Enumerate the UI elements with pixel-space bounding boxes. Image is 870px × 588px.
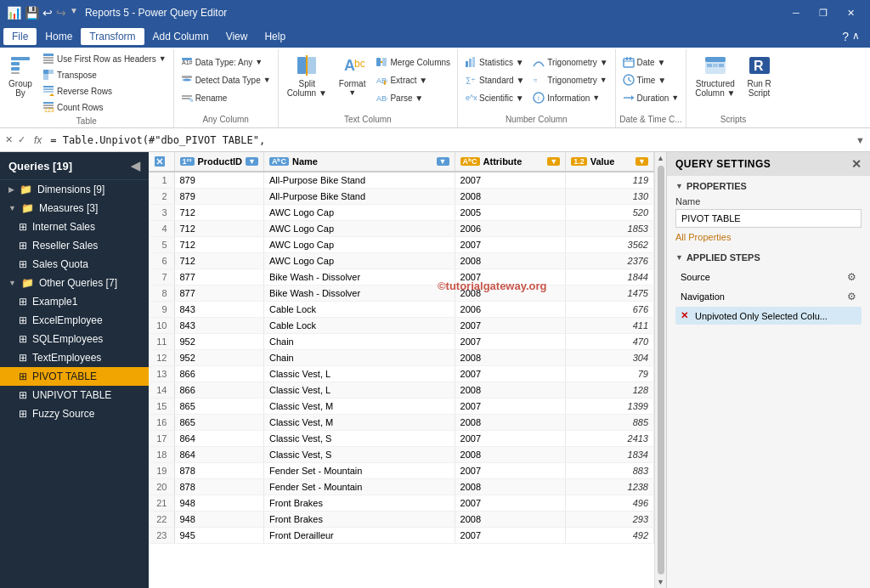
step-navigation[interactable]: Navigation ⚙ — [675, 287, 862, 306]
data-grid[interactable]: 1²³ ProductID ▼ AᵇC Name ▼ — [149, 152, 654, 588]
table-row[interactable]: 7877Bike Wash - Dissolver20071844 — [149, 269, 654, 286]
table-row[interactable]: 6712AWC Logo Cap20082376 — [149, 253, 654, 269]
count-rows-button[interactable]: 123 Count Rows — [39, 99, 170, 115]
formula-expand-icon[interactable]: ▼ — [856, 135, 865, 145]
sidebar-item-example1[interactable]: ⊞ Example1 — [0, 292, 149, 311]
cancel-icon[interactable]: ✕ — [5, 134, 13, 145]
table-row[interactable]: 12952Chain2008304 — [149, 350, 654, 366]
standard-button[interactable]: ∑÷ Standard ▼ — [461, 72, 528, 88]
menu-file[interactable]: File — [3, 28, 37, 45]
qs-close-button[interactable]: ✕ — [851, 157, 862, 171]
menu-view[interactable]: View — [218, 28, 257, 45]
qs-properties-expand-icon[interactable]: ▼ — [675, 182, 683, 190]
rename-button[interactable]: ✎ Rename — [178, 90, 274, 105]
save-icon[interactable]: 💾 — [25, 6, 39, 20]
sidebar-item-measures[interactable]: ▼ 📁 Measures [3] — [0, 199, 149, 218]
menu-help[interactable]: Help — [256, 28, 294, 45]
minimize-button[interactable]: ─ — [783, 4, 809, 21]
menu-add-column[interactable]: Add Column — [144, 28, 218, 45]
sidebar-item-internet-sales[interactable]: ⊞ Internet Sales — [0, 218, 149, 236]
sidebar-item-fuzzy-source[interactable]: ⊞ Fuzzy Source — [0, 404, 149, 423]
attribute-filter[interactable]: ▼ — [547, 157, 560, 166]
qs-all-properties-link[interactable]: All Properties — [675, 232, 731, 242]
table-row[interactable]: 1879All-Purpose Bike Stand2007119 — [149, 172, 654, 189]
table-row[interactable]: 10843Cable Lock2007411 — [149, 318, 654, 334]
table-row[interactable]: 15865Classic Vest, M20071399 — [149, 399, 654, 415]
date-button[interactable]: Date ▼ — [619, 54, 683, 70]
rounding-button[interactable]: ≈ Trigonometry ▼ — [529, 72, 611, 88]
detect-data-type-button[interactable]: Detect Data Type ▼ — [178, 72, 274, 88]
source-gear-icon[interactable]: ⚙ — [847, 271, 856, 283]
dropdown-icon[interactable]: ▼ — [70, 6, 78, 20]
scroll-down-arrow[interactable]: ▼ — [657, 578, 664, 586]
scroll-bar-right[interactable]: ▲ ▼ — [654, 152, 666, 588]
table-row[interactable]: 17864Classic Vest, S20072413 — [149, 431, 654, 447]
data-type-button[interactable]: A1# Data Type: Any ▼ — [178, 54, 274, 70]
sidebar-item-reseller-sales[interactable]: ⊞ Reseller Sales — [0, 236, 149, 255]
sidebar-item-dimensions[interactable]: ▶ 📁 Dimensions [9] — [0, 180, 149, 199]
help-icon[interactable]: ? — [842, 30, 849, 43]
col-header-attribute[interactable]: AᵇC Attribute ▼ — [455, 152, 566, 172]
productid-filter[interactable]: ▼ — [246, 157, 258, 166]
table-row[interactable]: 3712AWC Logo Cap2005520 — [149, 205, 654, 221]
reverse-rows-button[interactable]: Reverse Rows — [39, 83, 170, 99]
collapse-ribbon-icon[interactable]: ∧ — [852, 30, 860, 43]
format-button[interactable]: A bc Format ▼ — [334, 51, 371, 99]
merge-columns-button[interactable]: Merge Columns — [372, 54, 454, 70]
parse-button[interactable]: ABC Parse ▼ — [372, 90, 454, 105]
table-row[interactable]: 2879All-Purpose Bike Stand2008130 — [149, 189, 654, 205]
sidebar-item-excel-employee[interactable]: ⊞ ExcelEmployee — [0, 311, 149, 330]
table-row[interactable]: 13866Classic Vest, L200779 — [149, 366, 654, 382]
confirm-icon[interactable]: ✓ — [18, 134, 25, 145]
sidebar-item-text-employees[interactable]: ⊞ TextEmployees — [0, 348, 149, 367]
table-row[interactable]: 21948Front Brakes2007496 — [149, 495, 654, 512]
table-row[interactable]: 19878Fender Set - Mountain2007883 — [149, 463, 654, 479]
statistics-button[interactable]: Statistics ▼ — [461, 54, 528, 70]
formula-input[interactable] — [50, 134, 850, 146]
sidebar-item-sql-employees[interactable]: ⊞ SQLEmployees — [0, 330, 149, 348]
transpose-button[interactable]: Transpose — [39, 67, 170, 82]
table-row[interactable]: 11952Chain2007470 — [149, 334, 654, 350]
table-row[interactable]: 5712AWC Logo Cap20073562 — [149, 237, 654, 253]
trigonometry-button[interactable]: Trigonometry ▼ — [529, 54, 611, 70]
scientific-button[interactable]: e^x Scientific ▼ — [461, 90, 528, 105]
table-row[interactable]: 20878Fender Set - Mountain20081238 — [149, 479, 654, 495]
duration-button[interactable]: Duration ▼ — [619, 90, 683, 105]
sidebar-item-pivot-table[interactable]: ⊞ PIVOT TABLE — [0, 367, 149, 386]
value-filter[interactable]: ▼ — [636, 157, 648, 166]
table-row[interactable]: 14866Classic Vest, L2008128 — [149, 382, 654, 399]
close-button[interactable]: ✕ — [838, 4, 863, 21]
sidebar-item-unpivot-table[interactable]: ⊞ UNPIVOT TABLE — [0, 386, 149, 404]
restore-button[interactable]: ❐ — [811, 4, 836, 21]
sidebar-item-other-queries[interactable]: ▼ 📁 Other Queries [7] — [0, 274, 149, 292]
run-r-script-button[interactable]: R Run R Script — [742, 51, 776, 100]
extract-button[interactable]: ABC⬇ Extract ▼ — [372, 72, 454, 88]
step-unpivoted[interactable]: ✕ Unpivoted Only Selected Colu... — [675, 307, 862, 325]
table-row[interactable]: 4712AWC Logo Cap20061853 — [149, 221, 654, 237]
qs-name-input[interactable] — [675, 209, 862, 228]
table-row[interactable]: 23945Front Derailleur2007492 — [149, 528, 654, 544]
structured-column-button[interactable]: Structured Column ▼ — [690, 51, 740, 100]
sidebar-collapse-button[interactable]: ◀ — [131, 159, 140, 172]
sidebar-item-sales-quota[interactable]: ⊞ Sales Quota — [0, 255, 149, 274]
table-row[interactable]: 16865Classic Vest, M2008885 — [149, 415, 654, 431]
scroll-up-arrow[interactable]: ▲ — [657, 154, 664, 162]
table-row[interactable]: 8877Bike Wash - Dissolver20081475 — [149, 286, 654, 302]
information-button[interactable]: i Information ▼ — [529, 90, 611, 105]
col-header-value[interactable]: 1.2 Value ▼ — [566, 152, 654, 172]
step-delete-icon[interactable]: ✕ — [681, 310, 688, 321]
time-button[interactable]: Time ▼ — [619, 72, 683, 88]
menu-transform[interactable]: Transform — [81, 28, 144, 45]
redo-icon[interactable]: ↪ — [56, 6, 66, 20]
table-row[interactable]: 18864Classic Vest, S20081834 — [149, 447, 654, 463]
step-source[interactable]: Source ⚙ — [675, 268, 862, 286]
split-column-button[interactable]: Split Column ▼ — [282, 51, 332, 100]
table-row[interactable]: 22948Front Brakes2008293 — [149, 512, 654, 528]
col-header-productid[interactable]: 1²³ ProductID ▼ — [174, 152, 263, 172]
qs-steps-expand-icon[interactable]: ▼ — [675, 253, 683, 262]
group-by-button[interactable]: Group By — [3, 51, 37, 100]
navigation-gear-icon[interactable]: ⚙ — [847, 291, 856, 302]
table-row[interactable]: 9843Cable Lock2006676 — [149, 302, 654, 318]
undo-icon[interactable]: ↩ — [42, 6, 53, 20]
menu-home[interactable]: Home — [37, 28, 81, 45]
